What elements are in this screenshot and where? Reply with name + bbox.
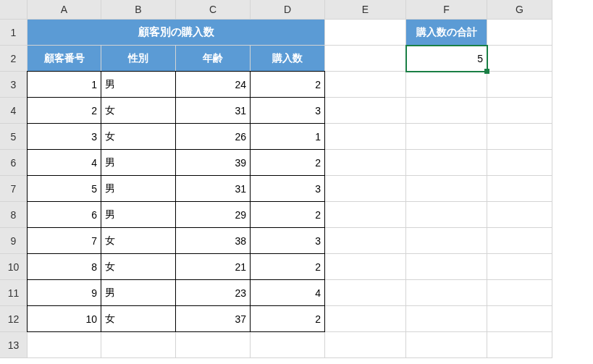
cell-E2[interactable] (325, 46, 406, 72)
cell-D12[interactable]: 2 (250, 305, 325, 332)
col-header-E[interactable]: E (325, 0, 406, 20)
cell-C5[interactable]: 26 (175, 123, 251, 150)
cell-C4[interactable]: 31 (175, 97, 251, 124)
cell-D10[interactable]: 2 (250, 253, 325, 280)
cell-B12[interactable]: 女 (101, 305, 176, 332)
cell-E5[interactable] (325, 124, 406, 150)
row-header-3[interactable]: 3 (0, 72, 28, 98)
cell-F7[interactable] (406, 176, 487, 202)
cell-C13[interactable] (176, 332, 251, 358)
cell-C10[interactable]: 21 (175, 253, 251, 280)
row-header-4[interactable]: 4 (0, 98, 28, 124)
cell-F9[interactable] (406, 228, 487, 254)
cell-E11[interactable] (325, 280, 406, 306)
cell-F13[interactable] (406, 332, 487, 358)
cell-A7[interactable]: 5 (27, 175, 101, 202)
cell-E12[interactable] (325, 306, 406, 332)
cell-C3[interactable]: 24 (175, 71, 251, 98)
col-header-C[interactable]: C (176, 0, 251, 20)
cell-B9[interactable]: 女 (101, 227, 176, 254)
cell-G10[interactable] (487, 254, 552, 280)
cell-C8[interactable]: 29 (175, 201, 251, 228)
cell-C9[interactable]: 38 (175, 227, 251, 254)
select-all-corner[interactable] (0, 0, 28, 20)
cell-D8[interactable]: 2 (250, 201, 325, 228)
cell-D3[interactable]: 2 (250, 71, 325, 98)
col-header-B[interactable]: B (101, 0, 176, 20)
cell-D4[interactable]: 3 (250, 97, 325, 124)
cell-G13[interactable] (487, 332, 552, 358)
cell-D13[interactable] (251, 332, 325, 358)
cell-G2[interactable] (487, 46, 552, 72)
row-header-9[interactable]: 9 (0, 228, 28, 254)
cell-C7[interactable]: 31 (175, 175, 251, 202)
cell-G6[interactable] (487, 150, 552, 176)
header-customer-id[interactable]: 顧客番号 (28, 46, 101, 72)
cell-G7[interactable] (487, 176, 552, 202)
cell-C11[interactable]: 23 (175, 279, 251, 306)
cell-F5[interactable] (406, 124, 487, 150)
cell-B6[interactable]: 男 (101, 149, 176, 176)
cell-F8[interactable] (406, 202, 487, 228)
row-header-13[interactable]: 13 (0, 332, 28, 358)
cell-E8[interactable] (325, 202, 406, 228)
cell-A5[interactable]: 3 (27, 123, 101, 150)
cell-D7[interactable]: 3 (250, 175, 325, 202)
row-header-11[interactable]: 11 (0, 280, 28, 306)
cell-F6[interactable] (406, 150, 487, 176)
cell-C6[interactable]: 39 (175, 149, 251, 176)
cell-B11[interactable]: 男 (101, 279, 176, 306)
col-header-F[interactable]: F (406, 0, 487, 20)
row-header-6[interactable]: 6 (0, 150, 28, 176)
cell-G3[interactable] (487, 72, 552, 98)
row-header-12[interactable]: 12 (0, 306, 28, 332)
cell-C12[interactable]: 37 (175, 305, 251, 332)
cell-B8[interactable]: 男 (101, 201, 176, 228)
cell-G4[interactable] (487, 98, 552, 124)
cell-A3[interactable]: 1 (27, 71, 101, 98)
cell-F12[interactable] (406, 306, 487, 332)
cell-F11[interactable] (406, 280, 487, 306)
cell-G11[interactable] (487, 280, 552, 306)
cell-G9[interactable] (487, 228, 552, 254)
cell-B5[interactable]: 女 (101, 123, 176, 150)
cell-A13[interactable] (28, 332, 101, 358)
row-header-10[interactable]: 10 (0, 254, 28, 280)
cell-A6[interactable]: 4 (27, 149, 101, 176)
cell-F4[interactable] (406, 98, 487, 124)
cell-E1[interactable] (325, 20, 406, 46)
header-age[interactable]: 年齢 (176, 46, 251, 72)
cell-A4[interactable]: 2 (27, 97, 101, 124)
cell-E3[interactable] (325, 72, 406, 98)
cell-E4[interactable] (325, 98, 406, 124)
sum-label-cell[interactable]: 購入数の合計 (406, 20, 487, 46)
cell-A11[interactable]: 9 (27, 279, 101, 306)
cell-G12[interactable] (487, 306, 552, 332)
cell-G5[interactable] (487, 124, 552, 150)
row-header-8[interactable]: 8 (0, 202, 28, 228)
cell-A9[interactable]: 7 (27, 227, 101, 254)
row-header-7[interactable]: 7 (0, 176, 28, 202)
cell-E7[interactable] (325, 176, 406, 202)
cell-B10[interactable]: 女 (101, 253, 176, 280)
cell-G8[interactable] (487, 202, 552, 228)
row-header-5[interactable]: 5 (0, 124, 28, 150)
cell-D6[interactable]: 2 (250, 149, 325, 176)
cell-G1[interactable] (487, 20, 552, 46)
header-purchases[interactable]: 購入数 (251, 46, 325, 72)
cell-B13[interactable] (101, 332, 176, 358)
cell-B3[interactable]: 男 (101, 71, 176, 98)
col-header-D[interactable]: D (251, 0, 325, 20)
main-title-cell[interactable]: 顧客別の購入数 (28, 20, 325, 46)
col-header-A[interactable]: A (28, 0, 101, 20)
row-header-2[interactable]: 2 (0, 46, 28, 72)
cell-E13[interactable] (325, 332, 406, 358)
col-header-G[interactable]: G (487, 0, 552, 20)
cell-B7[interactable]: 男 (101, 175, 176, 202)
sum-value-cell[interactable]: 5 (406, 46, 487, 72)
cell-D11[interactable]: 4 (250, 279, 325, 306)
cell-E9[interactable] (325, 228, 406, 254)
cell-B4[interactable]: 女 (101, 97, 176, 124)
cell-E6[interactable] (325, 150, 406, 176)
row-header-1[interactable]: 1 (0, 20, 28, 46)
